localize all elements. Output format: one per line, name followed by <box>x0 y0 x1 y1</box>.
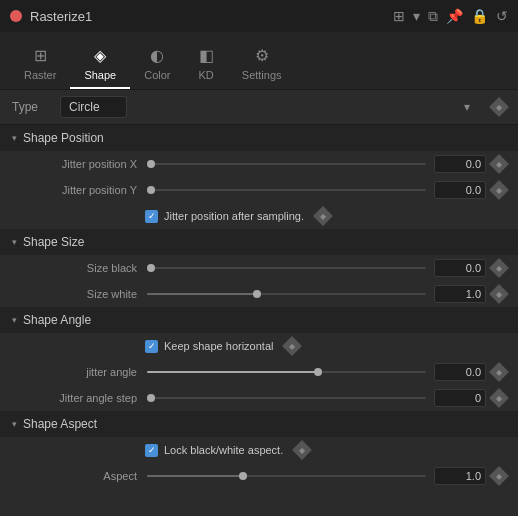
type-select-wrap: Circle Square Diamond <box>60 96 478 118</box>
aspect-fill <box>147 475 245 477</box>
tab-color-label: Color <box>144 69 170 81</box>
section-shape-aspect[interactable]: ▾ Shape Aspect <box>0 411 518 437</box>
chevron-shape-aspect: ▾ <box>12 419 17 429</box>
jitter-x-thumb[interactable] <box>147 160 155 168</box>
type-row: Type Circle Square Diamond ◆ <box>0 90 518 125</box>
size-black-track[interactable] <box>147 267 426 269</box>
size-white-slider[interactable] <box>145 293 428 295</box>
jitter-after-sampling-diamond[interactable]: ◆ <box>313 206 333 226</box>
jitter-x-slider[interactable] <box>145 163 428 165</box>
param-jitter-y: Jitter position Y ◆ <box>0 177 518 203</box>
jitter-angle-value[interactable] <box>434 363 486 381</box>
jitter-y-value[interactable] <box>434 181 486 199</box>
section-shape-angle-label: Shape Angle <box>23 313 91 327</box>
lock-aspect-checkbox[interactable]: ✓ <box>145 444 158 457</box>
size-black-diamond[interactable]: ◆ <box>489 258 509 278</box>
window-icon[interactable]: ⧉ <box>428 8 438 25</box>
jitter-angle-step-diamond[interactable]: ◆ <box>489 388 509 408</box>
param-aspect: Aspect ◆ <box>0 463 518 489</box>
size-black-value[interactable] <box>434 259 486 277</box>
chevron-shape-position: ▾ <box>12 133 17 143</box>
keep-shape-horizontal-checkbox[interactable]: ✓ <box>145 340 158 353</box>
jitter-angle-step-thumb[interactable] <box>147 394 155 402</box>
type-label: Type <box>12 100 52 114</box>
window-title: Rasterize1 <box>30 9 92 24</box>
jitter-x-track[interactable] <box>147 163 426 165</box>
jitter-x-label: Jitter position X <box>0 158 145 170</box>
grid-icon[interactable]: ⊞ <box>393 8 405 24</box>
section-shape-position-label: Shape Position <box>23 131 104 145</box>
lock-aspect-diamond[interactable]: ◆ <box>292 440 312 460</box>
size-white-value[interactable] <box>434 285 486 303</box>
traffic-light-close[interactable] <box>10 10 22 22</box>
jitter-angle-step-slider[interactable] <box>145 397 428 399</box>
jitter-angle-slider[interactable] <box>145 371 428 373</box>
size-white-thumb[interactable] <box>253 290 261 298</box>
tab-settings[interactable]: ⚙ Settings <box>228 46 296 89</box>
section-shape-size[interactable]: ▾ Shape Size <box>0 229 518 255</box>
tabbar: ⊞ Raster ◈ Shape ◐ Color ◧ KD ⚙ Settings <box>0 32 518 90</box>
jitter-y-slider[interactable] <box>145 189 428 191</box>
aspect-thumb[interactable] <box>239 472 247 480</box>
aspect-diamond[interactable]: ◆ <box>489 466 509 486</box>
settings-icon: ⚙ <box>255 46 269 65</box>
param-jitter-x: Jitter position X ◆ <box>0 151 518 177</box>
keep-shape-horizontal-row: ✓ Keep shape horizontal ◆ <box>0 333 518 359</box>
size-white-label: Size white <box>0 288 145 300</box>
tab-raster-label: Raster <box>24 69 56 81</box>
size-black-slider[interactable] <box>145 267 428 269</box>
jitter-angle-step-value[interactable] <box>434 389 486 407</box>
content-area: Type Circle Square Diamond ◆ ▾ Shape Pos… <box>0 90 518 516</box>
lock-icon[interactable]: 🔒 <box>471 8 488 24</box>
param-jitter-angle: jitter angle ◆ <box>0 359 518 385</box>
titlebar-left: Rasterize1 <box>10 9 92 24</box>
shape-icon: ◈ <box>94 46 106 65</box>
keep-shape-horizontal-diamond[interactable]: ◆ <box>283 336 303 356</box>
jitter-x-diamond[interactable]: ◆ <box>489 154 509 174</box>
tab-color[interactable]: ◐ Color <box>130 46 184 89</box>
jitter-y-thumb[interactable] <box>147 186 155 194</box>
kd-icon: ◧ <box>199 46 214 65</box>
chevron-shape-angle: ▾ <box>12 315 17 325</box>
jitter-angle-label: jitter angle <box>0 366 145 378</box>
type-diamond-btn[interactable]: ◆ <box>489 97 509 117</box>
lock-aspect-label: Lock black/white aspect. <box>164 444 283 456</box>
jitter-angle-step-track[interactable] <box>147 397 426 399</box>
jitter-y-track[interactable] <box>147 189 426 191</box>
jitter-y-diamond[interactable]: ◆ <box>489 180 509 200</box>
aspect-label: Aspect <box>0 470 145 482</box>
size-white-track[interactable] <box>147 293 426 295</box>
tab-kd-label: KD <box>199 69 214 81</box>
aspect-track[interactable] <box>147 475 426 477</box>
raster-icon: ⊞ <box>34 46 47 65</box>
titlebar: Rasterize1 ⊞ ▾ ⧉ 📌 🔒 ↺ <box>0 0 518 32</box>
tab-shape[interactable]: ◈ Shape <box>70 46 130 89</box>
tab-raster[interactable]: ⊞ Raster <box>10 46 70 89</box>
jitter-after-sampling-row: ✓ Jitter position after sampling. ◆ <box>0 203 518 229</box>
section-shape-angle[interactable]: ▾ Shape Angle <box>0 307 518 333</box>
pin-icon[interactable]: 📌 <box>446 8 463 24</box>
jitter-x-value[interactable] <box>434 155 486 173</box>
section-shape-position[interactable]: ▾ Shape Position <box>0 125 518 151</box>
tab-settings-label: Settings <box>242 69 282 81</box>
size-black-thumb[interactable] <box>147 264 155 272</box>
lock-aspect-row: ✓ Lock black/white aspect. ◆ <box>0 437 518 463</box>
chevron-down-icon[interactable]: ▾ <box>413 8 420 24</box>
aspect-value[interactable] <box>434 467 486 485</box>
jitter-after-sampling-label: Jitter position after sampling. <box>164 210 304 222</box>
refresh-icon[interactable]: ↺ <box>496 8 508 24</box>
tab-kd[interactable]: ◧ KD <box>185 46 228 89</box>
jitter-angle-thumb[interactable] <box>314 368 322 376</box>
titlebar-right: ⊞ ▾ ⧉ 📌 🔒 ↺ <box>393 8 508 25</box>
section-shape-aspect-label: Shape Aspect <box>23 417 97 431</box>
param-size-white: Size white ◆ <box>0 281 518 307</box>
tab-shape-label: Shape <box>84 69 116 81</box>
type-select[interactable]: Circle Square Diamond <box>60 96 127 118</box>
aspect-slider[interactable] <box>145 475 428 477</box>
jitter-angle-track[interactable] <box>147 371 426 373</box>
color-icon: ◐ <box>150 46 164 65</box>
jitter-angle-diamond[interactable]: ◆ <box>489 362 509 382</box>
size-white-fill <box>147 293 259 295</box>
jitter-after-sampling-checkbox[interactable]: ✓ <box>145 210 158 223</box>
size-white-diamond[interactable]: ◆ <box>489 284 509 304</box>
